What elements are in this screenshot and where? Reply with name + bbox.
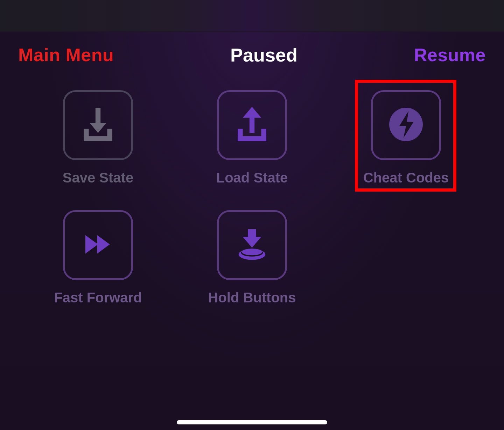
save-state-label: Save State [63, 170, 133, 186]
pause-header: Main Menu Paused Resume [0, 32, 504, 66]
upload-icon [231, 103, 273, 147]
cheat-codes-tile [371, 90, 441, 160]
fast-forward-tile [63, 210, 133, 280]
pause-title: Paused [230, 44, 298, 66]
cheat-codes-button[interactable]: Cheat Codes [363, 90, 449, 186]
load-state-tile [217, 90, 287, 160]
svg-marker-12 [85, 235, 98, 254]
svg-rect-4 [84, 136, 112, 141]
svg-marker-13 [97, 235, 110, 254]
action-grid: Save State Load State [21, 90, 483, 306]
download-icon [77, 103, 119, 147]
main-menu-button[interactable]: Main Menu [18, 44, 114, 65]
lightning-icon [385, 103, 427, 147]
press-button-icon [231, 223, 273, 267]
save-state-button[interactable]: Save State [63, 90, 133, 186]
save-state-tile [63, 90, 133, 160]
load-state-button[interactable]: Load State [216, 90, 288, 186]
svg-marker-1 [90, 123, 106, 133]
cheat-codes-label: Cheat Codes [363, 170, 449, 186]
home-indicator[interactable] [177, 420, 327, 424]
pause-menu-overlay: Main Menu Paused Resume Save State [0, 31, 504, 430]
svg-marker-15 [243, 237, 261, 248]
svg-rect-6 [250, 116, 254, 133]
fast-forward-icon [77, 223, 119, 267]
svg-rect-9 [238, 136, 266, 141]
resume-button[interactable]: Resume [414, 44, 486, 65]
hold-buttons-label: Hold Buttons [208, 290, 296, 306]
svg-rect-14 [248, 229, 256, 238]
svg-point-18 [242, 249, 262, 255]
hold-buttons-button[interactable]: Hold Buttons [208, 210, 296, 306]
fast-forward-button[interactable]: Fast Forward [54, 210, 142, 306]
top-gradient-strip [0, 0, 504, 31]
svg-rect-0 [96, 108, 100, 124]
hold-buttons-tile [217, 210, 287, 280]
fast-forward-label: Fast Forward [54, 290, 142, 306]
load-state-label: Load State [216, 170, 288, 186]
